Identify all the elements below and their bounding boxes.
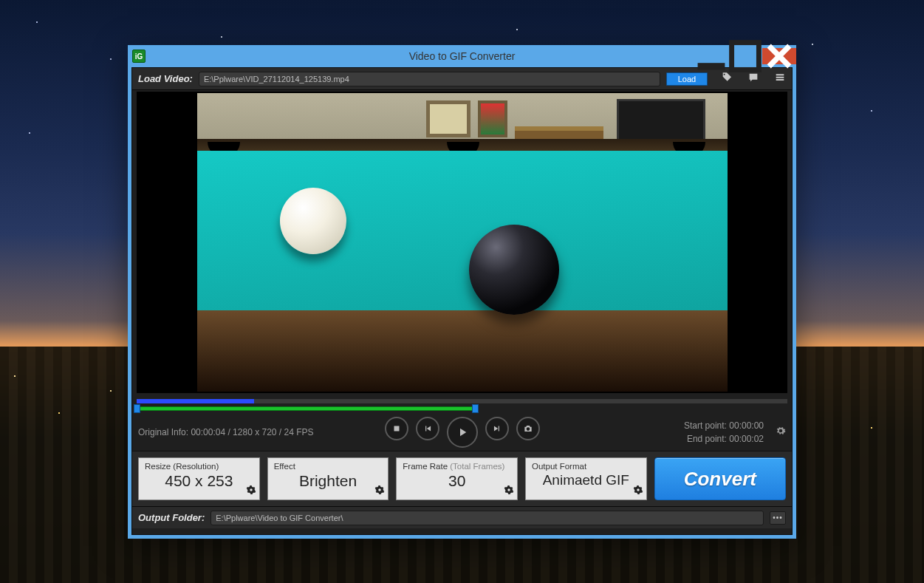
app-icon: iG — [132, 50, 146, 63]
resize-value: 450 x 253 — [145, 472, 253, 490]
list-icon[interactable] — [774, 72, 786, 86]
comment-icon[interactable] — [747, 72, 759, 86]
format-card[interactable]: Output Format Animaetd GIF — [525, 457, 647, 500]
svg-rect-1 — [732, 43, 759, 70]
titlebar[interactable]: iG Video to GIF Converter — [128, 45, 796, 67]
output-folder-input[interactable] — [211, 511, 764, 525]
timeline[interactable] — [137, 398, 787, 414]
range-settings-icon[interactable] — [776, 426, 786, 439]
resize-card[interactable]: Resize (Resolution) 450 x 253 — [138, 457, 260, 500]
framerate-title: Frame Rate (Total Frames) — [403, 462, 511, 471]
stop-button[interactable] — [385, 417, 408, 440]
timeline-progress — [137, 399, 254, 403]
format-value: Animaetd GIF — [532, 472, 640, 488]
snapshot-button[interactable] — [516, 417, 540, 440]
load-button[interactable]: Load — [666, 72, 708, 86]
client-area: Load Video: Load — [131, 67, 793, 535]
gear-icon[interactable] — [246, 485, 256, 498]
svg-rect-2 — [394, 426, 399, 432]
original-info: Original Info: 00:00:04 / 1280 x 720 / 2… — [138, 427, 314, 437]
effect-card[interactable]: Effect Brighten — [267, 457, 389, 500]
gear-icon[interactable] — [504, 485, 514, 498]
playback-controls: Original Info: 00:00:04 / 1280 x 720 / 2… — [132, 414, 792, 451]
start-point-text: Start point: 00:00:00 — [684, 419, 764, 432]
end-point-text: End point: 00:00:02 — [684, 432, 764, 446]
maximize-button[interactable] — [728, 48, 762, 64]
effect-title: Effect — [274, 462, 383, 471]
effect-value: Brighten — [274, 472, 383, 490]
svg-rect-0 — [698, 63, 725, 69]
settings-row: Resize (Resolution) 450 x 253 Effect Bri… — [132, 451, 792, 506]
gear-icon[interactable] — [633, 485, 643, 498]
range-start-handle[interactable] — [134, 404, 140, 413]
load-video-label: Load Video: — [138, 73, 193, 84]
next-frame-button[interactable] — [485, 417, 509, 440]
format-title: Output Format — [532, 462, 640, 471]
framerate-value: 30 — [403, 472, 511, 490]
close-button[interactable] — [762, 48, 796, 64]
prev-frame-button[interactable] — [416, 417, 439, 440]
convert-button[interactable]: Convert — [654, 457, 786, 500]
window-controls — [694, 48, 796, 64]
range-points: Start point: 00:00:00 End point: 00:00:0… — [684, 419, 764, 446]
video-path-input[interactable] — [199, 72, 660, 86]
load-bar: Load Video: Load — [132, 68, 792, 90]
app-window: iG Video to GIF Converter Load Video: Lo… — [128, 45, 796, 539]
framerate-card[interactable]: Frame Rate (Total Frames) 30 — [396, 457, 518, 500]
output-bar: Output Folder: ••• — [132, 506, 792, 528]
video-frame — [197, 93, 728, 392]
browse-button[interactable]: ••• — [770, 511, 786, 525]
play-button[interactable] — [447, 417, 478, 448]
gear-icon[interactable] — [374, 485, 385, 498]
selection-range — [137, 406, 475, 411]
video-preview[interactable] — [137, 92, 787, 393]
tag-icon[interactable] — [721, 72, 733, 86]
minimize-button[interactable] — [694, 48, 728, 64]
resize-title: Resize (Resolution) — [145, 462, 253, 471]
output-folder-label: Output Folder: — [138, 512, 205, 523]
range-end-handle[interactable] — [472, 404, 479, 413]
